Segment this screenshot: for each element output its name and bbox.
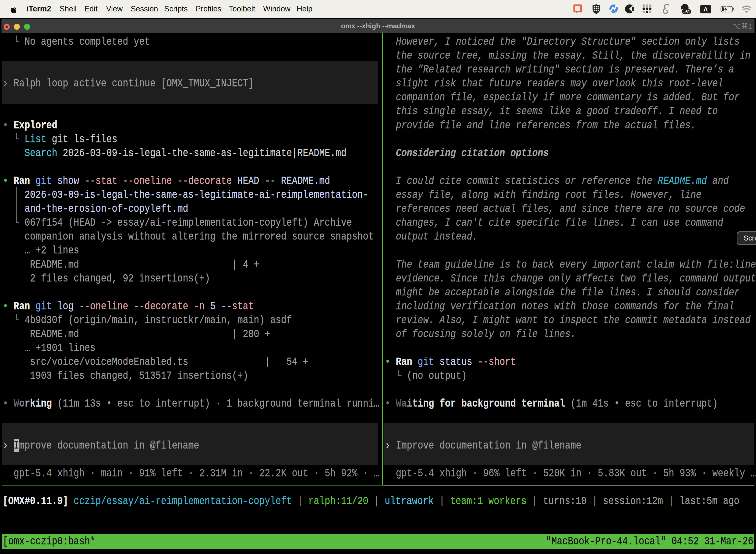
- svg-text:..61: ..61: [683, 9, 690, 14]
- svg-text:A: A: [703, 6, 708, 13]
